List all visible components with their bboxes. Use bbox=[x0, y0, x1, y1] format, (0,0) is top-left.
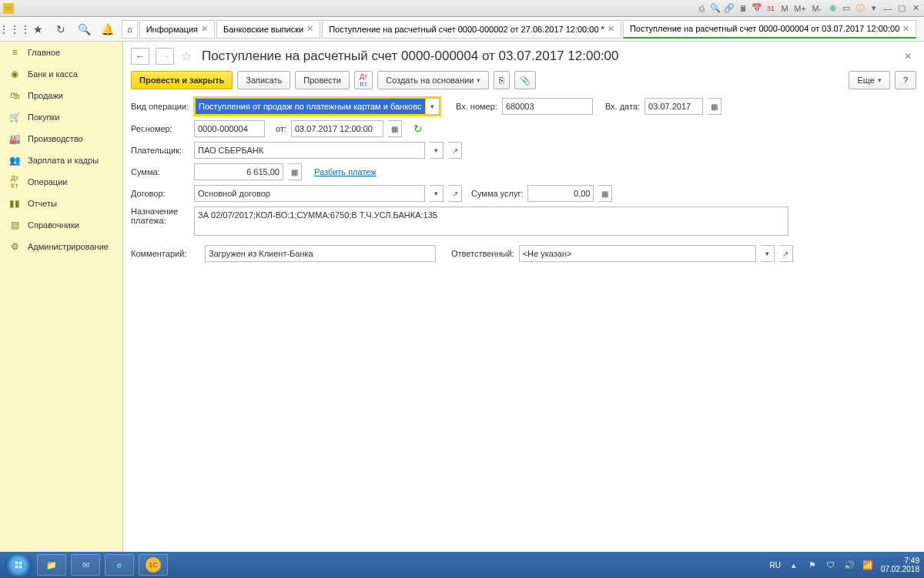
tab-close-icon[interactable]: ✕ bbox=[201, 24, 208, 34]
contract-dropdown-icon[interactable]: ▾ bbox=[430, 185, 444, 202]
sidebar-item-main[interactable]: ≡Главное bbox=[0, 42, 122, 63]
svg-rect-3 bbox=[15, 566, 18, 569]
sidebar-item-hr[interactable]: 👥Зарплата и кадры bbox=[0, 150, 122, 171]
sidebar-item-production[interactable]: 🏭Производство bbox=[0, 128, 122, 150]
more-button[interactable]: Еще▾ bbox=[849, 71, 889, 89]
calc-icon[interactable]: 🖩 bbox=[738, 3, 748, 14]
panel-close-icon[interactable]: ✕ bbox=[899, 51, 916, 62]
sidebar-item-operations[interactable]: ДтКтОперации bbox=[0, 171, 122, 193]
date-icon[interactable]: 31 bbox=[765, 3, 776, 14]
taskbar-item-1c[interactable]: 1С bbox=[139, 554, 168, 576]
lang-indicator[interactable]: RU bbox=[769, 561, 780, 570]
sidebar-item-admin[interactable]: ⚙Администрирование bbox=[0, 236, 122, 257]
create-based-button[interactable]: Создать на основании▾ bbox=[377, 71, 489, 89]
calc-icon[interactable]: ▦ bbox=[288, 163, 302, 180]
tab-receipt-4[interactable]: Поступление на расчетный счет 0000-00000… bbox=[623, 20, 916, 39]
tab-bank-statements[interactable]: Банковские выписки✕ bbox=[216, 20, 320, 39]
sidebar-item-reports[interactable]: ▮▮Отчеты bbox=[0, 193, 122, 214]
payer-dropdown-icon[interactable]: ▾ bbox=[430, 142, 444, 159]
drop-icon[interactable]: ▾ bbox=[869, 3, 879, 14]
help-button[interactable]: ? bbox=[895, 71, 916, 89]
bell-icon[interactable]: 🔔 bbox=[100, 22, 114, 36]
m-label[interactable]: M bbox=[779, 3, 790, 14]
minimize-icon[interactable]: — bbox=[882, 3, 893, 14]
save-button[interactable]: Записать bbox=[237, 71, 290, 89]
close-icon[interactable]: ✕ bbox=[910, 3, 921, 14]
sidebar-item-purchases[interactable]: 🛒Покупки bbox=[0, 106, 122, 128]
sidebar-item-sales[interactable]: 🛍Продажи bbox=[0, 85, 122, 106]
tray-security-icon[interactable]: ⚑ bbox=[807, 560, 818, 570]
industry-icon: 🏭 bbox=[9, 133, 20, 144]
tab-label: Поступление на расчетный счет 0000-00000… bbox=[630, 24, 899, 33]
tab-close-icon[interactable]: ✕ bbox=[306, 24, 313, 34]
purpose-field[interactable] bbox=[194, 207, 788, 236]
taskbar-item-mail[interactable]: ✉ bbox=[71, 554, 100, 576]
tab-info[interactable]: Информация✕ bbox=[139, 20, 215, 39]
layout-icon[interactable]: ▭ bbox=[841, 3, 852, 14]
taskbar-item-browser[interactable]: e bbox=[105, 554, 134, 576]
payer-field[interactable] bbox=[194, 142, 425, 159]
sum-field[interactable] bbox=[194, 163, 283, 180]
tray-shield-icon[interactable]: 🛡 bbox=[825, 560, 836, 570]
tab-home[interactable]: ⌂ bbox=[122, 20, 138, 39]
sidebar-item-bank[interactable]: ◉Банк и касса bbox=[0, 63, 122, 85]
calc-icon[interactable]: ▦ bbox=[598, 185, 612, 202]
maximize-icon[interactable]: ▢ bbox=[896, 3, 907, 14]
op-type-dropdown-icon[interactable]: ▾ bbox=[426, 98, 440, 115]
sidebar-item-refs[interactable]: ▤Справочники bbox=[0, 214, 122, 236]
contract-label: Договор: bbox=[131, 189, 189, 198]
tray-chevron-icon[interactable]: ▴ bbox=[788, 560, 799, 570]
clock[interactable]: 7:49 07.02.2018 bbox=[881, 556, 919, 573]
nav-forward-button[interactable]: → bbox=[156, 48, 174, 65]
search-icon[interactable]: 🔍 bbox=[710, 3, 721, 14]
calendar-icon[interactable]: ▦ bbox=[388, 120, 402, 137]
responsible-field[interactable] bbox=[519, 245, 756, 262]
refresh-icon[interactable]: ↻ bbox=[411, 122, 425, 136]
tab-close-icon[interactable]: ✕ bbox=[902, 24, 909, 34]
contract-field[interactable] bbox=[194, 185, 425, 202]
tray-network-icon[interactable]: 📶 bbox=[862, 560, 873, 570]
responsible-open-icon[interactable]: ↗ bbox=[779, 245, 793, 262]
link-icon[interactable]: 🔗 bbox=[724, 3, 735, 14]
print-icon[interactable]: ⎙ bbox=[696, 3, 707, 14]
apps-icon[interactable]: ⋮⋮⋮ bbox=[8, 22, 22, 36]
op-type-field[interactable] bbox=[195, 98, 426, 115]
tray-volume-icon[interactable]: 🔊 bbox=[844, 560, 855, 570]
split-payment-link[interactable]: Разбить платеж bbox=[314, 167, 377, 176]
nav-icon[interactable]: ⊕ bbox=[827, 3, 838, 14]
comment-field[interactable] bbox=[205, 245, 436, 262]
responsible-dropdown-icon[interactable]: ▾ bbox=[761, 245, 775, 262]
tab-label: Поступление на расчетный счет 0000-00000… bbox=[329, 25, 604, 34]
star-icon[interactable]: ★ bbox=[31, 22, 45, 36]
m-plus[interactable]: M+ bbox=[793, 3, 807, 14]
ext-date-field[interactable] bbox=[644, 98, 703, 115]
tab-receipt-2[interactable]: Поступление на расчетный счет 0000-00000… bbox=[322, 20, 621, 39]
contract-open-icon[interactable]: ↗ bbox=[448, 185, 462, 202]
post-button[interactable]: Провести bbox=[295, 71, 350, 89]
calendar-icon[interactable]: ▦ bbox=[708, 98, 721, 115]
nav-back-button[interactable]: ← bbox=[131, 48, 149, 65]
post-close-button[interactable]: Провести и закрыть bbox=[131, 71, 233, 89]
service-sum-field[interactable] bbox=[527, 185, 594, 202]
tab-close-icon[interactable]: ✕ bbox=[608, 24, 614, 34]
payer-open-icon[interactable]: ↗ bbox=[448, 142, 462, 159]
onec-icon: 1С bbox=[146, 557, 161, 573]
history-icon[interactable]: ↻ bbox=[54, 22, 68, 36]
reg-date-label: от: bbox=[276, 124, 286, 133]
info-icon[interactable]: ⓘ bbox=[855, 3, 865, 14]
reg-num-field[interactable] bbox=[194, 120, 265, 137]
search-tool-icon[interactable]: 🔍 bbox=[77, 22, 91, 36]
favorite-icon[interactable]: ☆ bbox=[180, 48, 192, 65]
taskbar-item-explorer[interactable]: 📁 bbox=[37, 554, 66, 576]
reg-date-field[interactable] bbox=[291, 120, 383, 137]
ext-num-field[interactable] bbox=[502, 98, 593, 115]
attach-button[interactable]: 📎 bbox=[514, 71, 536, 89]
action-bar: Провести и закрыть Записать Провести ДтК… bbox=[123, 68, 924, 96]
sidebar-item-label: Покупки bbox=[28, 113, 59, 122]
m-minus[interactable]: M- bbox=[810, 3, 824, 14]
structure-button[interactable]: ⎘ bbox=[494, 71, 510, 89]
dtkt-button[interactable]: ДтКт bbox=[354, 71, 373, 89]
responsible-label: Ответственный: bbox=[451, 249, 514, 258]
start-button[interactable] bbox=[5, 553, 32, 576]
calendar-icon[interactable]: 📅 bbox=[752, 3, 762, 14]
